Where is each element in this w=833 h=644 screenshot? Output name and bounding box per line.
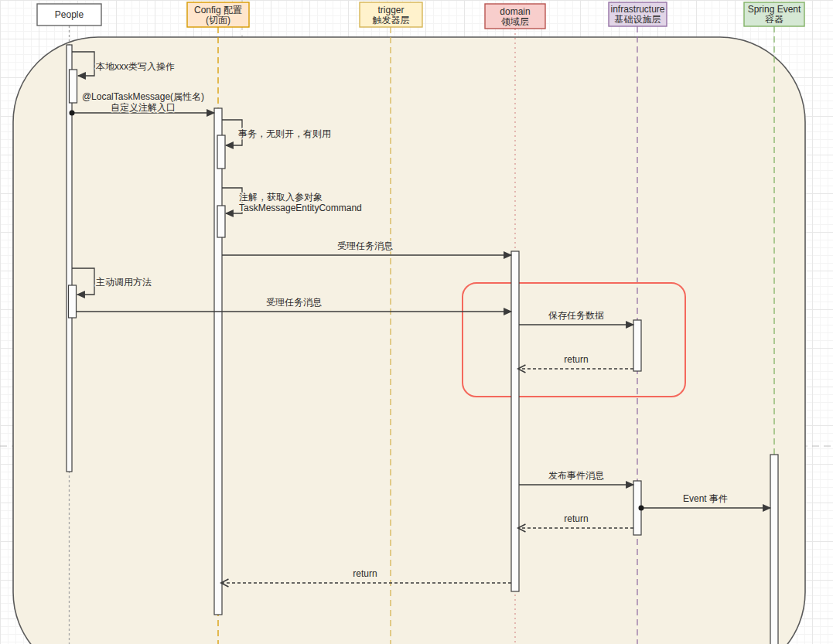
participant-domain[interactable]: domain领域层 — [485, 4, 545, 29]
participant-config[interactable]: Config 配置(切面) — [187, 2, 249, 27]
participant-label: People — [55, 9, 84, 20]
message-label: 保存任务数据 — [548, 310, 604, 321]
participant-label: trigger — [377, 5, 404, 15]
message-origin-dot — [70, 111, 75, 116]
message-label: TaskMessageEntityCommand — [239, 203, 362, 213]
participant-label: Spring Event — [748, 4, 801, 15]
activation-people-main[interactable] — [67, 45, 72, 472]
participant-label: 基础设施层 — [615, 14, 661, 25]
message-origin-dot — [639, 506, 644, 511]
message-label: return — [564, 513, 588, 524]
activation-infra-save[interactable] — [633, 320, 641, 371]
message-label: 自定义注解入口 — [111, 102, 176, 113]
activation-people-write[interactable] — [70, 70, 77, 103]
participant-label: 触发器层 — [373, 15, 410, 26]
participants-layer: PeopleConfig 配置(切面)trigger触发器层domain领域层i… — [37, 2, 804, 29]
participant-label: (切面) — [206, 15, 230, 26]
activation-config-annot[interactable] — [217, 206, 225, 237]
message-label: 事务，无则开，有则用 — [238, 128, 331, 139]
message-label: 发布事件消息 — [548, 470, 604, 481]
message-label: 主动调用方法 — [96, 277, 152, 288]
activation-spring-main[interactable] — [770, 455, 778, 644]
participant-label: 容器 — [765, 14, 783, 25]
message-label: 受理任务消息 — [266, 297, 322, 308]
message-label: Event 事件 — [683, 493, 728, 504]
activation-domain-main[interactable] — [511, 251, 519, 591]
participant-label: Config 配置 — [194, 5, 242, 15]
sequence-diagram: 本地xxx类写入操作@LocalTaskMessage(属性名)自定义注解入口事… — [0, 0, 833, 644]
system-boundary-frame[interactable] — [13, 37, 805, 644]
message-label: 本地xxx类写入操作 — [95, 61, 175, 72]
participant-spring-event[interactable]: Spring Event容器 — [744, 2, 804, 26]
participant-label: 领域层 — [500, 16, 529, 27]
activation-config-main[interactable] — [214, 108, 222, 615]
frame-layer — [13, 37, 805, 644]
participant-trigger[interactable]: trigger触发器层 — [360, 2, 422, 27]
message-label: return — [564, 354, 588, 365]
participant-people[interactable]: People — [37, 4, 101, 26]
participant-label: infrastructure — [610, 4, 664, 15]
participant-infrastructure[interactable]: infrastructure基础设施层 — [609, 2, 667, 26]
drawio-canvas[interactable]: 本地xxx类写入操作@LocalTaskMessage(属性名)自定义注解入口事… — [0, 0, 833, 644]
activation-people-invoke[interactable] — [69, 285, 77, 318]
message-label: 受理任务消息 — [337, 240, 393, 251]
message-label: return — [353, 568, 377, 579]
participant-label: domain — [500, 6, 530, 17]
message-label: @LocalTaskMessage(属性名) — [82, 91, 204, 102]
message-label: 注解，获取入参对象 — [239, 192, 323, 203]
activation-config-tx[interactable] — [217, 135, 225, 169]
